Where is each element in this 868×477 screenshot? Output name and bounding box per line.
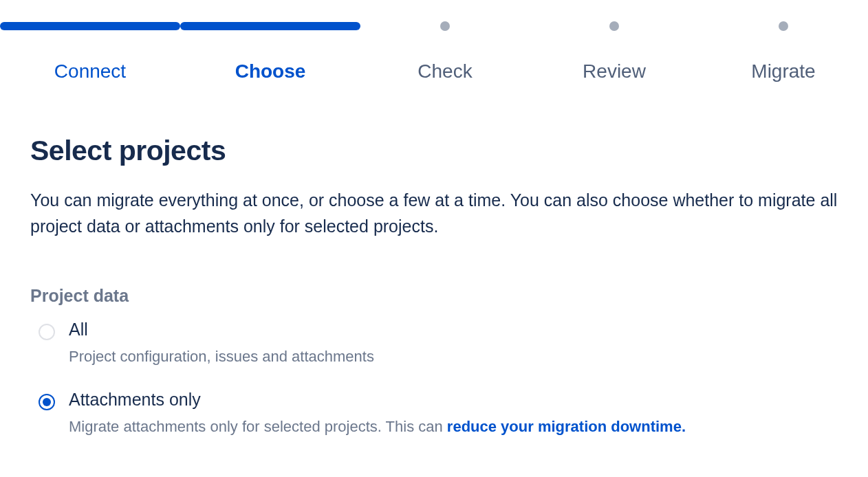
project-data-heading: Project data	[30, 286, 838, 306]
step-dot-indicator	[440, 21, 450, 32]
page-title: Select projects	[30, 135, 838, 167]
radio-content: Attachments only Migrate attachments onl…	[69, 390, 838, 438]
step-check[interactable]: Check	[360, 21, 530, 82]
step-label: Connect	[54, 60, 126, 82]
project-data-radio-group: All Project configuration, issues and at…	[30, 320, 838, 438]
radio-label: All	[69, 320, 838, 340]
step-bar-indicator	[0, 21, 180, 32]
description-prefix: Migrate attachments only for selected pr…	[69, 418, 447, 435]
reduce-downtime-link[interactable]: reduce your migration downtime	[447, 418, 682, 435]
page-description: You can migrate everything at once, or c…	[30, 188, 838, 239]
radio-description: Project configuration, issues and attach…	[69, 346, 838, 368]
radio-option-all[interactable]: All Project configuration, issues and at…	[39, 320, 838, 368]
step-dot-indicator	[779, 21, 788, 32]
step-label: Migrate	[751, 60, 815, 82]
progress-stepper: Connect Choose Check Review Migrate	[0, 0, 868, 110]
radio-button[interactable]	[39, 324, 55, 340]
main-content: Select projects You can migrate everythi…	[0, 135, 868, 438]
step-label: Choose	[235, 60, 306, 82]
step-connect[interactable]: Connect	[0, 21, 180, 82]
step-review[interactable]: Review	[530, 21, 699, 82]
description-suffix: .	[682, 418, 686, 435]
step-dot-indicator	[609, 21, 619, 32]
radio-option-attachments-only[interactable]: Attachments only Migrate attachments onl…	[39, 390, 838, 438]
radio-button[interactable]	[39, 394, 55, 410]
step-choose[interactable]: Choose	[180, 21, 360, 82]
radio-label: Attachments only	[69, 390, 838, 410]
step-migrate[interactable]: Migrate	[699, 21, 868, 82]
step-label: Review	[583, 60, 646, 82]
step-label: Check	[417, 60, 472, 82]
step-bar-indicator	[180, 21, 360, 32]
radio-description: Migrate attachments only for selected pr…	[69, 417, 838, 438]
radio-content: All Project configuration, issues and at…	[69, 320, 838, 368]
